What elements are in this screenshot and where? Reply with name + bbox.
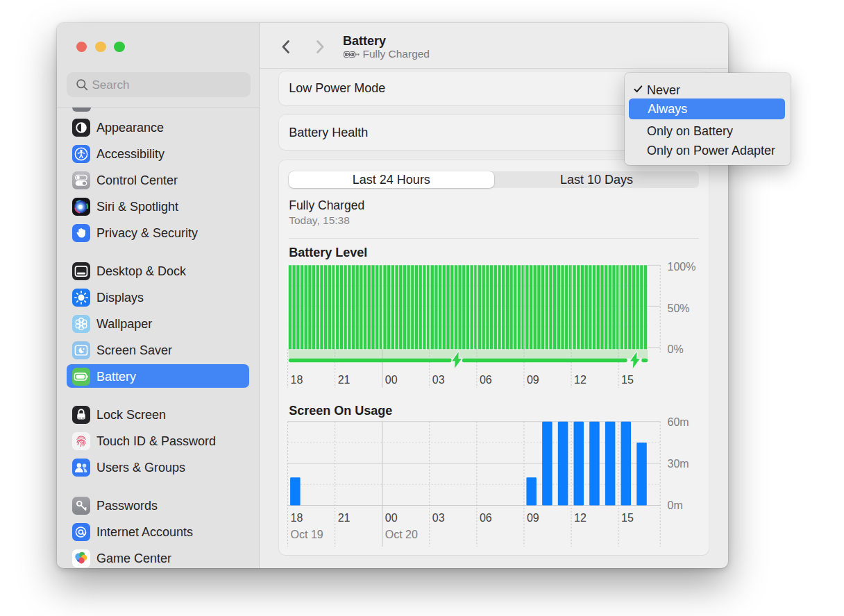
svg-text:0m: 0m [667, 499, 682, 511]
svg-text:60m: 60m [667, 416, 689, 427]
svg-text:0%: 0% [667, 343, 683, 355]
svg-text:09: 09 [527, 512, 539, 524]
svg-text:50%: 50% [667, 302, 689, 314]
svg-text:21: 21 [337, 512, 350, 524]
svg-text:21: 21 [337, 373, 350, 385]
svg-text:00: 00 [385, 373, 398, 385]
svg-text:15: 15 [621, 512, 634, 524]
svg-text:15: 15 [621, 373, 634, 385]
svg-text:09: 09 [527, 373, 539, 385]
svg-text:03: 03 [432, 373, 445, 385]
svg-text:06: 06 [480, 512, 492, 524]
svg-text:00: 00 [385, 512, 398, 524]
svg-text:Oct 20: Oct 20 [385, 529, 418, 540]
svg-text:Oct 19: Oct 19 [290, 529, 323, 540]
svg-text:12: 12 [574, 512, 586, 524]
svg-text:03: 03 [432, 512, 445, 524]
svg-text:06: 06 [480, 373, 492, 385]
svg-text:100%: 100% [667, 261, 695, 273]
svg-text:12: 12 [574, 373, 586, 385]
svg-text:18: 18 [290, 512, 303, 524]
svg-text:30m: 30m [667, 458, 689, 470]
svg-text:18: 18 [290, 373, 303, 385]
